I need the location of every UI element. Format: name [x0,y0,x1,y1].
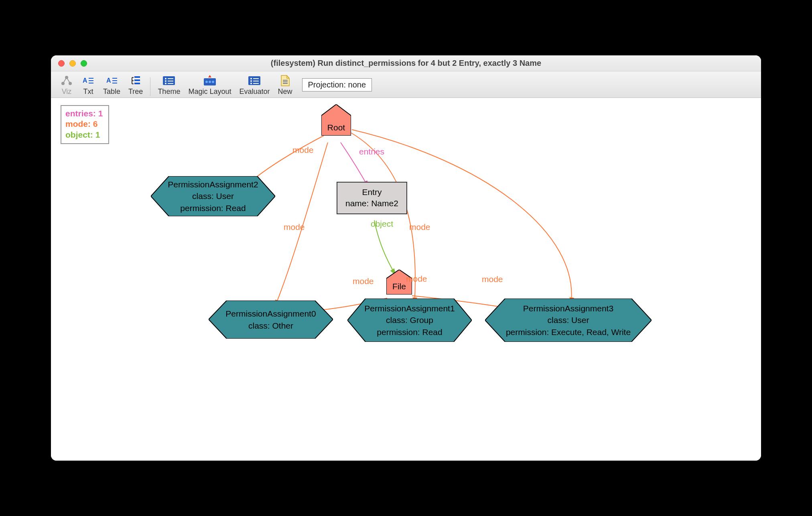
node-label: Root [327,123,345,132]
svg-text:A: A [106,77,111,84]
projection-selector[interactable]: Projection: none [302,78,372,91]
toolbar-separator [150,77,150,96]
evaluator-icon [248,75,261,87]
node-line: name: Name2 [345,198,398,209]
table-icon: A [105,75,119,87]
node-line: PermissionAssignment1 [364,303,455,314]
window-title: (filesystem) Run distinct_permissions fo… [271,59,541,68]
toolbar-label: Evaluator [239,87,270,96]
node-root[interactable]: Root [321,104,351,136]
node-line: PermissionAssignment2 [168,179,258,190]
node-permission-assignment-0[interactable]: PermissionAssignment0 class: Other [209,301,333,339]
svg-point-15 [165,78,166,79]
svg-point-26 [250,78,252,79]
node-line: class: Other [225,320,316,331]
edge-label-mode: mode [406,274,427,284]
titlebar: (filesystem) Run distinct_permissions fo… [51,55,761,71]
edge-label-mode: mode [482,274,503,284]
view-viz-button[interactable]: Viz [56,74,77,96]
evaluator-button[interactable]: Evaluator [235,74,274,96]
node-line: class: Group [364,314,455,326]
svg-rect-12 [134,79,140,81]
svg-text:A: A [83,77,87,84]
edge-label-mode: mode [284,222,305,232]
view-txt-button[interactable]: A Txt [77,74,99,96]
graph-canvas[interactable]: entries: 1 mode: 6 object: 1 [51,98,761,461]
svg-point-28 [250,83,252,84]
window-zoom-button[interactable] [81,60,87,67]
svg-point-24 [212,81,214,83]
edge-label-mode: mode [409,222,430,232]
node-permission-assignment-1[interactable]: PermissionAssignment1 class: Group permi… [347,299,472,342]
toolbar-label: Theme [158,87,180,96]
edge-label-mode: mode [292,145,314,155]
magic-layout-icon [203,75,217,87]
svg-rect-13 [134,83,140,84]
view-table-button[interactable]: A Table [99,74,124,96]
svg-point-16 [165,80,166,82]
svg-point-22 [205,81,208,83]
toolbar-label: Magic Layout [188,87,231,96]
svg-point-23 [209,81,211,83]
toolbar-label: Table [103,87,120,96]
legend-entry-mode: mode: 6 [65,119,103,129]
traffic-lights [58,60,87,67]
legend-entry-object: object: 1 [65,130,103,140]
window-close-button[interactable] [58,60,65,67]
edge-label-entries: entries [359,147,384,156]
node-line: permission: Execute, Read, Write [506,326,631,338]
txt-icon: A [81,75,95,87]
svg-point-17 [165,83,166,84]
edge-label-mode: mode [353,276,374,286]
node-line: class: User [168,190,258,202]
magic-layout-button[interactable]: Magic Layout [184,74,235,96]
new-button[interactable]: New [274,74,296,96]
viz-icon [60,75,73,87]
new-icon [278,75,292,87]
legend-box: entries: 1 mode: 6 object: 1 [61,105,109,144]
toolbar-label: Txt [83,87,93,96]
node-permission-assignment-2[interactable]: PermissionAssignment2 class: User permis… [151,176,275,216]
svg-rect-11 [134,76,140,78]
toolbar-label: New [278,87,292,96]
node-line: Entry [345,187,398,198]
svg-point-27 [250,80,252,82]
legend-entry-entries: entries: 1 [65,108,103,119]
theme-icon [162,75,176,87]
node-line: permission: Read [364,326,455,338]
view-tree-button[interactable]: Tree [124,74,147,96]
tree-icon [129,75,142,87]
node-permission-assignment-3[interactable]: PermissionAssignment3 class: User permis… [485,299,652,342]
node-label: File [392,282,406,291]
window-minimize-button[interactable] [69,60,76,67]
theme-button[interactable]: Theme [154,74,184,96]
edge-label-object: object [371,219,393,229]
node-line: PermissionAssignment3 [506,303,631,314]
node-line: permission: Read [168,202,258,214]
toolbar-label: Tree [128,87,143,96]
node-line: PermissionAssignment0 [225,308,316,319]
toolbar-label: Viz [62,87,72,96]
toolbar: Viz A Txt A Table Tree Theme [51,71,761,98]
node-entry[interactable]: Entry name: Name2 [337,182,407,214]
app-window: (filesystem) Run distinct_permissions fo… [51,55,761,461]
node-line: class: User [506,314,631,326]
